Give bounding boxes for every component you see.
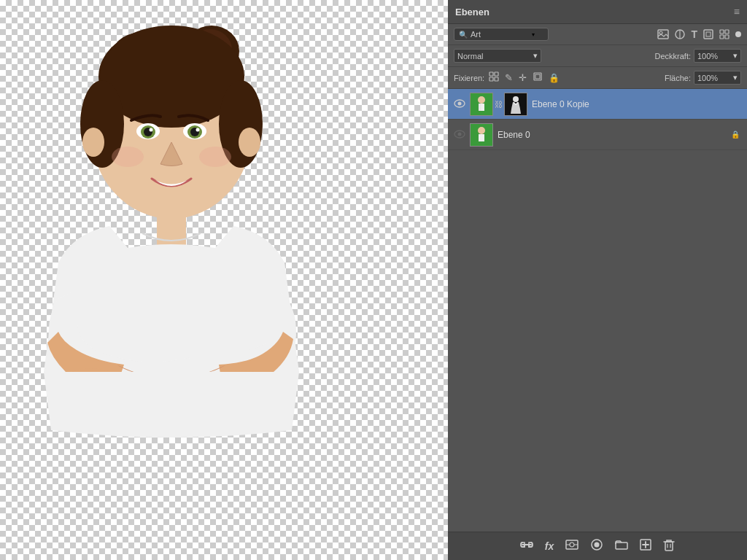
svg-rect-30 xyxy=(720,35,724,39)
fix-position-icon[interactable] xyxy=(489,71,499,84)
layer-visibility-icon[interactable] xyxy=(454,129,465,141)
fix-move-icon[interactable]: ✛ xyxy=(519,72,527,83)
svg-rect-55 xyxy=(616,542,627,549)
new-layer-icon[interactable] xyxy=(640,539,651,553)
svg-rect-28 xyxy=(720,30,724,34)
person-cutout xyxy=(15,7,379,518)
shape-filter-icon[interactable] xyxy=(703,29,713,39)
svg-rect-27 xyxy=(706,32,711,36)
svg-point-14 xyxy=(150,128,153,132)
fill-row: Fläche: 100% ▾ xyxy=(665,71,741,85)
add-mask-icon[interactable] xyxy=(590,539,603,553)
svg-point-15 xyxy=(196,128,200,132)
svg-rect-35 xyxy=(495,77,498,81)
fill-label: Fläche: xyxy=(665,74,691,82)
layer-content-thumb xyxy=(470,93,493,116)
svg-point-47 xyxy=(458,132,462,136)
layer-name: Ebene 0 Kopie xyxy=(532,99,741,109)
more-options-dot[interactable] xyxy=(735,31,741,37)
opacity-label: Deckkraft: xyxy=(654,52,691,61)
opacity-arrow: ▾ xyxy=(733,51,738,61)
group-layers-icon[interactable] xyxy=(615,540,628,553)
blend-mode-dropdown[interactable]: Normal ▾ xyxy=(454,49,541,63)
svg-rect-26 xyxy=(704,30,713,39)
layer-thumbnails xyxy=(470,123,493,147)
svg-point-20 xyxy=(239,128,260,157)
layer-thumbnails: ⛓ xyxy=(470,93,527,116)
layer-name: Ebene 0 xyxy=(498,130,725,140)
adjustment-filter-icon[interactable] xyxy=(675,29,685,39)
fx-icon[interactable]: fx xyxy=(545,540,554,552)
blend-mode-value: Normal xyxy=(457,52,483,61)
filter-icons: T xyxy=(657,28,741,40)
canvas-image xyxy=(0,0,448,560)
svg-point-45 xyxy=(513,96,519,102)
blend-dropdown-arrow: ▾ xyxy=(533,51,538,61)
panel-menu-icon[interactable]: ≡ xyxy=(734,6,740,18)
opacity-row: Deckkraft: 100% ▾ xyxy=(654,49,741,63)
opacity-dropdown[interactable]: 100% ▾ xyxy=(694,49,741,63)
svg-point-16 xyxy=(112,147,144,167)
layer-content-thumb xyxy=(470,123,493,147)
svg-rect-57 xyxy=(665,542,673,551)
panel-title: Ebenen xyxy=(455,7,489,18)
fix-transform-icon[interactable] xyxy=(533,71,543,84)
svg-rect-43 xyxy=(479,104,481,111)
link-layers-icon[interactable] xyxy=(520,540,533,553)
layers-list: ⛓ Ebene 0 Kopie xyxy=(448,89,747,532)
fix-paint-icon[interactable]: ✎ xyxy=(505,72,513,83)
layer-chain-icon: ⛓ xyxy=(495,100,503,109)
layers-panel-container: Ebenen ≡ 🔍 ▾ xyxy=(448,0,747,560)
svg-point-17 xyxy=(199,147,231,167)
search-input[interactable] xyxy=(471,30,529,39)
layer-item[interactable]: Ebene 0 🔒 xyxy=(448,120,747,150)
opacity-value: 100% xyxy=(697,52,718,61)
blend-mode-row: Normal ▾ Deckkraft: 100% ▾ xyxy=(448,45,747,67)
delete-layer-icon[interactable] xyxy=(663,538,675,554)
type-filter-icon[interactable]: T xyxy=(691,28,697,40)
svg-point-52 xyxy=(570,542,574,547)
add-adjustment-icon[interactable] xyxy=(565,539,578,553)
svg-point-49 xyxy=(478,127,485,134)
svg-rect-34 xyxy=(489,77,493,81)
fix-lock-icon[interactable]: 🔒 xyxy=(549,73,560,83)
smart-filter-icon[interactable] xyxy=(719,29,729,39)
svg-point-19 xyxy=(82,128,104,157)
svg-rect-50 xyxy=(479,134,484,141)
fill-dropdown[interactable]: 100% ▾ xyxy=(694,71,741,85)
svg-point-39 xyxy=(458,101,462,105)
layer-lock-icon: 🔒 xyxy=(729,131,741,139)
layers-panel: Ebenen ≡ 🔍 ▾ xyxy=(448,0,747,560)
fix-row: Fixieren: ✎ ✛ xyxy=(448,67,747,89)
canvas-area xyxy=(0,0,448,560)
svg-rect-29 xyxy=(725,30,729,34)
svg-rect-23 xyxy=(658,30,668,39)
layer-visibility-icon[interactable] xyxy=(454,98,465,110)
panel-bottom-toolbar: fx xyxy=(448,532,747,560)
fill-value: 100% xyxy=(697,74,718,82)
search-dropdown-arrow[interactable]: ▾ xyxy=(532,31,535,38)
svg-rect-33 xyxy=(495,72,498,76)
filter-toolbar-row: 🔍 ▾ xyxy=(448,24,747,45)
layer-mask-thumb xyxy=(504,93,527,116)
svg-point-54 xyxy=(595,542,600,548)
panel-header: Ebenen ≡ xyxy=(448,0,747,24)
fix-label: Fixieren: xyxy=(454,74,484,82)
svg-rect-37 xyxy=(535,74,540,79)
search-icon: 🔍 xyxy=(459,31,468,39)
search-box[interactable]: 🔍 ▾ xyxy=(454,28,549,41)
fill-arrow: ▾ xyxy=(733,73,738,82)
svg-rect-32 xyxy=(489,72,493,76)
image-filter-icon[interactable] xyxy=(657,29,669,39)
fix-icons-group: ✎ ✛ 🔒 xyxy=(489,71,560,84)
layer-item[interactable]: ⛓ Ebene 0 Kopie xyxy=(448,89,747,120)
svg-point-41 xyxy=(478,96,485,104)
svg-rect-31 xyxy=(725,35,729,39)
